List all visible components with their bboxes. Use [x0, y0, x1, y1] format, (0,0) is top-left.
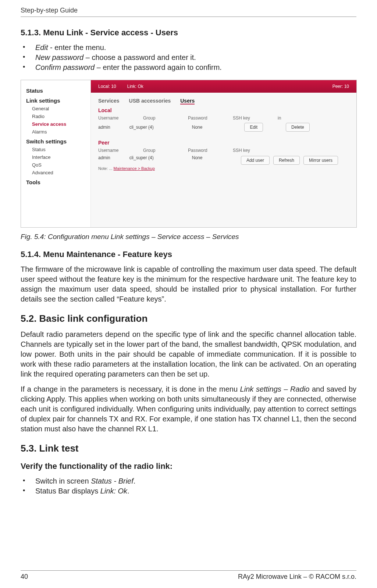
cell: admin	[98, 125, 110, 130]
list-item: Confirm password – enter the password ag…	[21, 63, 356, 72]
heading-514: 5.1.4. Menu Maintenance - Feature keys	[21, 250, 356, 259]
sidebar: StatusLink settingsGeneralRadioService a…	[21, 80, 91, 227]
sidebar-item[interactable]: Interface	[32, 154, 85, 160]
cell: cli_super (4)	[129, 155, 154, 160]
footer-title: RAy2 Microwave Link – © RACOM s.r.o.	[238, 573, 356, 581]
col-header: SSH key	[233, 115, 259, 121]
col-header: Password	[188, 148, 214, 153]
paragraph-514: The firmware of the microwave link is ca…	[21, 264, 356, 304]
sidebar-item[interactable]: QoS	[32, 162, 85, 168]
cell: None	[192, 155, 203, 160]
sidebar-item[interactable]: Radio	[32, 114, 85, 119]
edit-button[interactable]: Edit	[244, 123, 263, 132]
backup-note: Note: ... Maintenance > Backup	[98, 166, 349, 171]
peer-title: Peer	[98, 140, 349, 146]
col-header: SSH key	[233, 148, 259, 153]
col-header: Username	[98, 115, 124, 121]
note-pre: Note: ...	[98, 166, 114, 171]
topbar-stat: Local: 10	[98, 84, 116, 89]
tabs: ServicesUSB accessoriesUsers	[98, 98, 349, 104]
local-title: Local	[98, 107, 349, 113]
col-header: in	[278, 115, 303, 121]
sidebar-item[interactable]: Status	[32, 147, 85, 152]
col-header: Username	[98, 148, 124, 153]
sidebar-item[interactable]: Service access	[32, 121, 85, 127]
refresh-button[interactable]: Refresh	[273, 156, 300, 165]
heading-53: 5.3. Link test	[21, 443, 356, 454]
tab[interactable]: Services	[98, 98, 120, 104]
heading-513: 5.1.3. Menu Link - Service access - User…	[21, 28, 356, 38]
mirror-users-button[interactable]: Mirror users	[303, 156, 338, 165]
col-header: Group	[143, 148, 169, 153]
list-item: New password – choose a password and ent…	[21, 53, 356, 63]
screenshot-content: ServicesUSB accessoriesUsers Local Usern…	[98, 98, 349, 171]
screenshot-topbar: Local: 10Link: Ok Peer: 10	[91, 80, 356, 93]
cell: None	[192, 125, 203, 130]
topbar-stat: Link: Ok	[127, 84, 143, 89]
sidebar-group[interactable]: Status	[26, 88, 85, 94]
page-number: 40	[21, 573, 28, 581]
sidebar-item[interactable]: Advanced	[32, 170, 85, 175]
paragraph-52b: If a change in the parameters is necessa…	[21, 384, 356, 434]
figure-screenshot: StatusLink settingsGeneralRadioService a…	[21, 80, 357, 228]
tab[interactable]: USB accessories	[129, 98, 171, 104]
heading-52: 5.2. Basic link configuration	[21, 313, 356, 324]
p52b-it: Link settings – Radio	[240, 385, 310, 393]
col-header: Group	[143, 115, 169, 121]
figure-caption: Fig. 5.4: Configuration menu Link settin…	[21, 233, 356, 241]
cell: cli_super (4)	[129, 125, 154, 130]
sidebar-item[interactable]: Alarms	[32, 129, 85, 135]
maintenance-backup-link[interactable]: Maintenance > Backup	[114, 166, 155, 171]
col-header: Password	[188, 115, 214, 121]
tab[interactable]: Users	[180, 98, 195, 104]
list-item: Edit - enter the menu.	[21, 43, 356, 53]
list-513: Edit - enter the menu.New password – cho…	[21, 43, 356, 72]
sidebar-group[interactable]: Tools	[26, 179, 85, 185]
paragraph-52a: Default radio parameters depend on the s…	[21, 329, 356, 379]
p52b-pre: If a change in the parameters is necessa…	[21, 385, 240, 393]
add-user-button[interactable]: Add user	[241, 156, 270, 165]
cell: admin	[98, 155, 110, 160]
button-row: Add userRefreshMirror users	[237, 156, 338, 165]
sidebar-item[interactable]: General	[32, 106, 85, 111]
list-item: Switch in screen Status - Brief.	[21, 476, 356, 486]
heading-verify: Verify the functionality of the radio li…	[21, 462, 356, 471]
sidebar-group[interactable]: Switch settings	[26, 138, 85, 145]
running-head: Step-by-step Guide	[21, 7, 356, 17]
list-53: Switch in screen Status - Brief.Status B…	[21, 476, 356, 496]
sidebar-group[interactable]: Link settings	[26, 97, 85, 104]
list-item: Status Bar displays Link: Ok.	[21, 486, 356, 496]
delete-button[interactable]: Delete	[286, 123, 310, 132]
topbar-stat: Peer: 10	[332, 84, 349, 89]
